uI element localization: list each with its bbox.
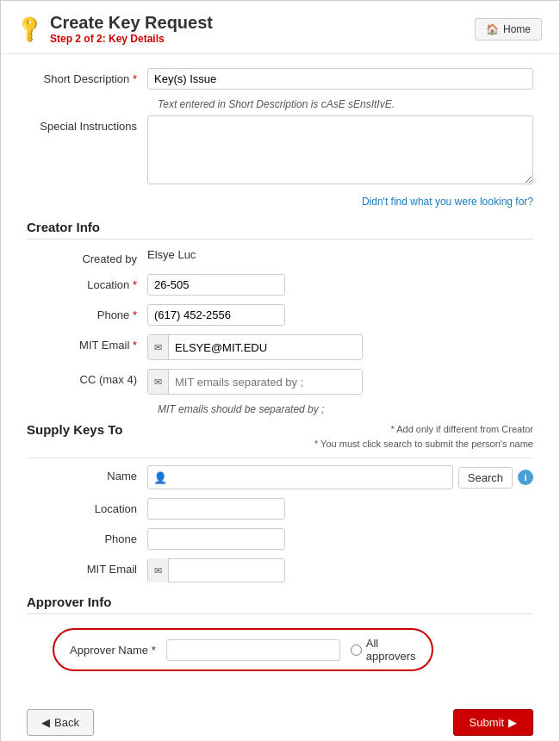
mit-email-input[interactable] xyxy=(169,338,362,358)
home-button[interactable]: 🏠 Home xyxy=(475,18,542,40)
supply-note-2: * You must click search to submit the pe… xyxy=(314,437,533,451)
location-row: Location * xyxy=(27,274,533,296)
info-icon[interactable]: i xyxy=(518,470,533,485)
location-label: Location * xyxy=(27,274,147,291)
supply-phone-label: Phone xyxy=(27,528,147,545)
cc-input[interactable] xyxy=(169,372,362,392)
supply-email-row: MIT Email ✉ xyxy=(27,558,533,582)
short-description-input[interactable] xyxy=(147,68,533,90)
supply-email-icon: ✉ xyxy=(148,558,169,582)
submit-button[interactable]: Submit ▶ xyxy=(453,709,533,736)
email-icon: ✉ xyxy=(154,342,162,353)
supply-divider xyxy=(27,458,533,458)
approver-section: Approver Info Approver Name * All approv… xyxy=(27,595,533,671)
approver-name-input[interactable] xyxy=(166,639,340,661)
supply-keys-header: Supply Keys To xyxy=(27,422,122,437)
mit-email-control: ✉ xyxy=(147,334,533,360)
phone-input[interactable] xyxy=(147,304,285,326)
supply-email-label: MIT Email xyxy=(27,558,147,576)
key-icon: 🔑 xyxy=(14,13,46,45)
phone-control xyxy=(147,304,533,326)
home-label: Home xyxy=(503,23,531,35)
case-sensitive-note: Text entered in Short Description is cAs… xyxy=(158,98,533,110)
name-icon-wrap: 👤 xyxy=(147,465,453,489)
supply-location-input[interactable] xyxy=(147,498,285,520)
all-approvers-radio[interactable] xyxy=(351,644,362,656)
supply-phone-row: Phone xyxy=(27,528,533,550)
short-description-control xyxy=(147,68,533,90)
back-arrow-icon: ◀ xyxy=(41,716,50,729)
short-description-label: Short Description * xyxy=(27,68,147,85)
back-label: Back xyxy=(54,716,79,729)
cc-email-icon-box: ✉ xyxy=(148,370,169,394)
supply-name-row: Name 👤 Search i xyxy=(27,465,533,489)
submit-arrow-icon: ▶ xyxy=(508,716,517,729)
mit-email-label: MIT Email * xyxy=(27,334,147,352)
special-instructions-control xyxy=(147,115,533,187)
submit-label: Submit xyxy=(470,716,504,729)
search-button[interactable]: Search xyxy=(458,467,513,489)
location-control xyxy=(147,274,533,296)
supply-location-label: Location xyxy=(27,498,147,515)
supply-location-row: Location xyxy=(27,498,533,520)
cc-hint: MIT emails should be separated by ; xyxy=(158,403,533,415)
cc-email-icon: ✉ xyxy=(154,377,162,388)
special-instructions-textarea[interactable] xyxy=(147,115,533,184)
supply-email-wrap: ✉ xyxy=(147,558,285,582)
cc-field-wrap: ✉ xyxy=(147,369,363,395)
person-icon: 👤 xyxy=(153,471,167,484)
header-title-block: Create Key Request Step 2 of 2: Key Deta… xyxy=(50,13,213,45)
supply-email-control: ✉ xyxy=(147,558,533,582)
approver-name-label: Approver Name * xyxy=(70,644,156,657)
mit-email-row: MIT Email * ✉ xyxy=(27,334,533,360)
footer-buttons: ◀ Back Submit ▶ xyxy=(1,694,559,741)
page-header: 🔑 Create Key Request Step 2 of 2: Key De… xyxy=(1,1,559,54)
short-description-row: Short Description * xyxy=(27,68,533,90)
main-content: Short Description * Text entered in Shor… xyxy=(1,54,559,685)
supply-location-control xyxy=(147,498,533,520)
special-instructions-row: Special Instructions xyxy=(27,115,533,187)
not-found-link[interactable]: Didn't find what you were looking for? xyxy=(362,196,533,208)
created-by-value: Elsye Luc xyxy=(147,248,533,261)
supply-phone-control xyxy=(147,528,533,550)
supply-name-label: Name xyxy=(27,465,147,483)
supply-notes: * Add only if different from Creator * Y… xyxy=(314,422,533,451)
page-title: Create Key Request xyxy=(50,13,213,33)
created-by-row: Created by Elsye Luc xyxy=(27,248,533,265)
approver-info-header: Approver Info xyxy=(27,595,533,614)
creator-info-header: Creator Info xyxy=(27,220,533,240)
special-instructions-label: Special Instructions xyxy=(27,115,147,133)
email-icon-box: ✉ xyxy=(148,335,169,359)
page-subtitle: Step 2 of 2: Key Details xyxy=(50,33,213,45)
location-input[interactable] xyxy=(147,274,285,296)
supply-name-input[interactable] xyxy=(171,468,447,488)
required-marker: * xyxy=(129,72,137,85)
all-approvers-text: All approvers xyxy=(366,637,416,663)
header-left: 🔑 Create Key Request Step 2 of 2: Key De… xyxy=(18,13,213,45)
approver-oval: Approver Name * All approvers xyxy=(53,628,433,671)
not-found-row: Didn't find what you were looking for? xyxy=(27,196,533,208)
supply-phone-input[interactable] xyxy=(147,528,285,550)
all-approvers-label[interactable]: All approvers xyxy=(351,637,416,663)
name-search-wrap: 👤 Search i xyxy=(147,465,533,489)
created-by-label: Created by xyxy=(27,248,147,265)
cc-row: CC (max 4) ✉ xyxy=(27,369,533,395)
supply-note-1: * Add only if different from Creator xyxy=(314,422,533,437)
phone-row: Phone * xyxy=(27,304,533,326)
created-by-name: Elsye Luc xyxy=(147,244,196,261)
supply-keys-header-row: Supply Keys To * Add only if different f… xyxy=(27,422,533,451)
mit-email-field-wrap: ✉ xyxy=(147,334,363,360)
cc-control: ✉ xyxy=(147,369,533,395)
supply-name-control: 👤 Search i xyxy=(147,465,533,489)
phone-label: Phone * xyxy=(27,304,147,321)
back-button[interactable]: ◀ Back xyxy=(27,709,94,736)
cc-label: CC (max 4) xyxy=(27,369,147,386)
home-icon: 🏠 xyxy=(486,23,499,35)
supply-mit-email-input[interactable] xyxy=(169,561,284,581)
